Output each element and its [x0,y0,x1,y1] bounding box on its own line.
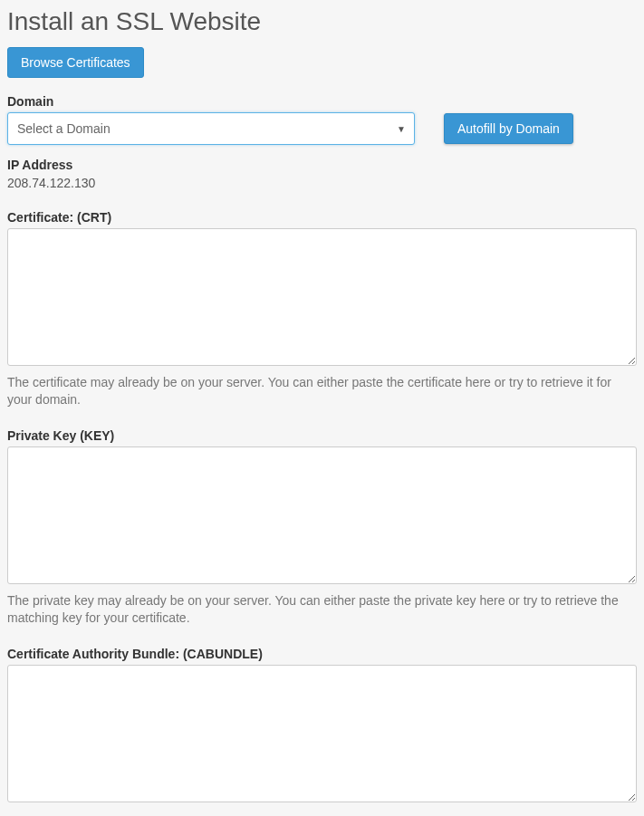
ca-bundle-textarea[interactable] [7,665,637,802]
certificate-label: Certificate: (CRT) [7,210,637,225]
ip-address-label: IP Address [7,158,637,172]
browse-certificates-button[interactable]: Browse Certificates [7,47,144,78]
ip-address-group: IP Address 208.74.122.130 [7,158,637,190]
page-title: Install an SSL Website [7,7,637,36]
domain-label: Domain [7,94,637,109]
private-key-group: Private Key (KEY) The private key may al… [7,428,637,627]
domain-row: Select a Domain ▼ Autofill by Domain [7,112,637,145]
domain-select[interactable]: Select a Domain [7,112,415,145]
domain-select-wrap: Select a Domain ▼ [7,112,415,145]
private-key-label: Private Key (KEY) [7,428,637,443]
ip-address-value: 208.74.122.130 [7,176,637,190]
ca-bundle-label: Certificate Authority Bundle: (CABUNDLE) [7,647,637,661]
autofill-by-domain-button[interactable]: Autofill by Domain [444,113,573,144]
certificate-group: Certificate: (CRT) The certificate may a… [7,210,637,408]
domain-group: Domain Select a Domain ▼ Autofill by Dom… [7,94,637,145]
ca-bundle-group: Certificate Authority Bundle: (CABUNDLE) [7,647,637,805]
certificate-textarea[interactable] [7,228,637,366]
private-key-help-text: The private key may already be on your s… [7,592,637,627]
certificate-help-text: The certificate may already be on your s… [7,374,637,408]
browse-certificates-row: Browse Certificates [7,47,637,78]
private-key-textarea[interactable] [7,446,637,584]
